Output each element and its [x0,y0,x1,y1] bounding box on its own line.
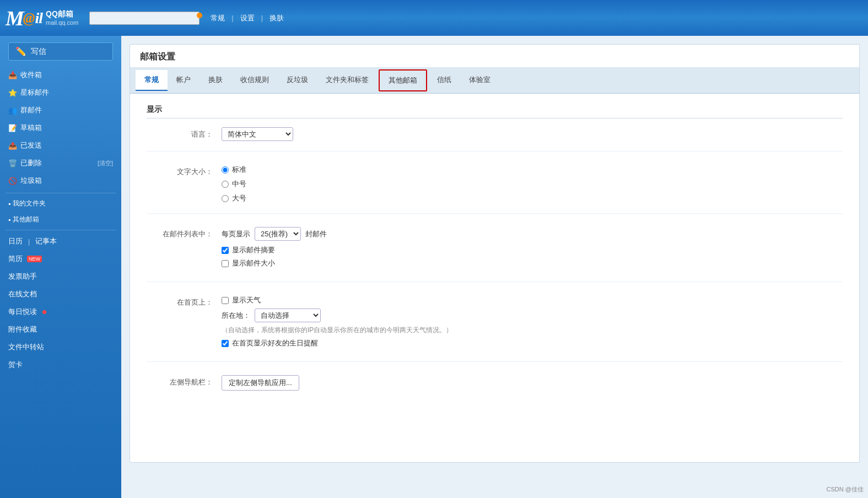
other-mailbox-label: 其他邮箱 [13,215,39,224]
show-summary-label[interactable]: 显示邮件摘要 [232,245,275,255]
sidebar-item-deleted[interactable]: 🗑️ 已删除 [清空] [0,154,121,172]
sidebar-item-calendar[interactable]: 日历 | 记事本 [0,232,121,250]
sidebar-item-group[interactable]: 👥 群邮件 [0,101,121,119]
brand-text: QQ邮箱 mail.qq.com [46,9,78,26]
folder-expand-icon: ▪ [8,200,10,208]
main-container: ✏️ 写信 📥 收件箱 ⭐ 星标邮件 👥 群邮件 📝 草稿箱 [0,36,868,498]
tab-account[interactable]: 帐户 [168,70,200,91]
leftnav-content: 定制左侧导航应用... [213,375,843,391]
tab-folders[interactable]: 文件夹和标签 [317,70,378,91]
deleted-clear[interactable]: [清空] [98,159,113,167]
my-folders-label: 我的文件夹 [13,199,46,208]
deleted-label: 已删除 [20,158,42,168]
compose-button[interactable]: ✏️ 写信 [8,42,113,61]
nav-home[interactable]: 常规 [211,13,225,23]
homepage-content: 显示天气 所在地： 自动选择 北京 上海 广州 深圳 [213,295,843,351]
starred-icon: ⭐ [8,89,17,97]
tab-other[interactable]: 其他邮箱 [379,69,427,91]
sidebar-item-help[interactable]: 发票助手 [0,268,121,285]
sidebar-divider-2 [6,230,116,230]
language-label: 语言： [147,127,213,139]
content-area: 邮箱设置 常规 帐户 换肤 收信规则 反垃圾 文件夹和标签 其他邮箱 信纸 体验… [121,36,868,498]
sidebar-item-greeting[interactable]: 贺卡 [0,356,121,374]
sidebar-item-resume[interactable]: 简历 NEW [0,250,121,268]
fontsize-medium-radio[interactable] [222,181,229,188]
logo-m: M [6,6,23,30]
brand-sub: mail.qq.com [46,19,78,26]
tab-lab[interactable]: 体验室 [460,70,499,91]
location-select[interactable]: 自动选择 北京 上海 广州 深圳 [255,308,321,322]
show-birthday-checkbox[interactable] [222,340,229,347]
fontsize-medium-label[interactable]: 中号 [232,179,246,189]
customize-button[interactable]: 定制左侧导航应用... [222,375,299,391]
fontsize-large-radio[interactable] [222,195,229,202]
resume-new-badge: NEW [27,256,42,262]
inbox-label: 收件箱 [20,70,42,80]
show-size-checkbox[interactable] [222,260,229,267]
starred-label: 星标邮件 [20,88,49,98]
trash-label: 垃圾箱 [20,176,42,186]
show-birthday-item: 在首页显示好友的生日提醒 [222,338,843,348]
show-weather-label[interactable]: 显示天气 [232,295,261,305]
sidebar-item-inbox[interactable]: 📥 收件箱 [0,66,121,84]
sidebar-item-attachments[interactable]: 附件收藏 [0,321,121,338]
fontsize-large: 大号 [222,193,843,203]
nav-skin[interactable]: 换肤 [269,13,284,23]
trash-icon: 🚫 [8,177,17,185]
leftnav-label: 左侧导航栏： [147,375,213,387]
show-weather-item: 显示天气 [222,295,843,305]
search-area [89,12,200,25]
sidebar-item-sent[interactable]: 📤 已发送 [0,137,121,154]
compose-label: 写信 [31,47,46,57]
sidebar-item-starred[interactable]: ⭐ 星标邮件 [0,84,121,101]
reading-label: 每日悦读 [8,307,37,317]
sidebar-item-my-folders[interactable]: ▪ 我的文件夹 [0,196,121,212]
resume-label: 简历 [8,254,23,264]
nav-settings[interactable]: 设置 [240,13,255,23]
tabs-bar: 常规 帐户 换肤 收信规则 反垃圾 文件夹和标签 其他邮箱 信纸 体验室 [130,68,859,94]
sidebar-item-draft[interactable]: 📝 草稿箱 [0,119,121,137]
tab-general[interactable]: 常规 [136,70,168,91]
per-page-select[interactable]: 15 25(推荐) 35 50 [255,227,301,241]
attachments-label: 附件收藏 [8,324,37,334]
maillist-content: 每页显示 15 25(推荐) 35 50 封邮件 显示邮件摘要 [213,227,843,272]
homepage-label: 在首页上： [147,295,213,307]
show-summary-checkbox[interactable] [222,247,229,254]
compose-area: ✏️ 写信 [8,42,113,61]
language-select[interactable]: 简体中文 繁體中文 English [222,127,293,141]
sidebar-item-trash[interactable]: 🚫 垃圾箱 [0,172,121,190]
group-label: 群邮件 [20,105,42,115]
sidebar-item-transfer[interactable]: 文件中转站 [0,338,121,356]
show-size-item: 显示邮件大小 [222,258,843,268]
fontsize-row: 文字大小： 标准 中号 [147,165,843,214]
fontsize-large-label[interactable]: 大号 [232,193,246,203]
show-weather-checkbox[interactable] [222,297,229,304]
notes-label: 记事本 [35,236,57,246]
fontsize-standard-label[interactable]: 标准 [232,165,246,175]
notification-dot [197,13,202,18]
sidebar-item-reading[interactable]: 每日悦读 [0,303,121,321]
nav-sep-1: | [231,14,233,22]
deleted-icon: 🗑️ [8,159,17,167]
sidebar-item-other-mailbox[interactable]: ▪ 其他邮箱 [0,212,121,228]
tab-skin[interactable]: 换肤 [200,70,231,91]
settings-title: 邮箱设置 [130,45,859,68]
fontsize-standard-radio[interactable] [222,166,229,174]
show-size-label[interactable]: 显示邮件大小 [232,258,275,268]
per-page-prefix: 每页显示 [222,229,250,239]
homepage-row: 在首页上： 显示天气 所在地： 自动选择 北京 上海 广 [147,295,843,362]
tab-rules[interactable]: 收信规则 [231,70,278,91]
brand-name: QQ邮箱 [46,9,78,19]
show-summary-item: 显示邮件摘要 [222,245,843,255]
docs-label: 在线文档 [8,289,37,299]
tab-stationery[interactable]: 信纸 [428,70,460,91]
logo-at: @ [23,10,35,26]
sidebar-item-docs[interactable]: 在线文档 [0,285,121,303]
sent-label: 已发送 [20,140,42,150]
calendar-label: 日历 [8,236,23,246]
compose-icon: ✏️ [15,46,26,57]
search-input[interactable] [89,12,200,25]
section-display-header: 显示 [147,105,843,118]
tab-antispam[interactable]: 反垃圾 [278,70,317,91]
show-birthday-label[interactable]: 在首页显示好友的生日提醒 [232,338,318,348]
